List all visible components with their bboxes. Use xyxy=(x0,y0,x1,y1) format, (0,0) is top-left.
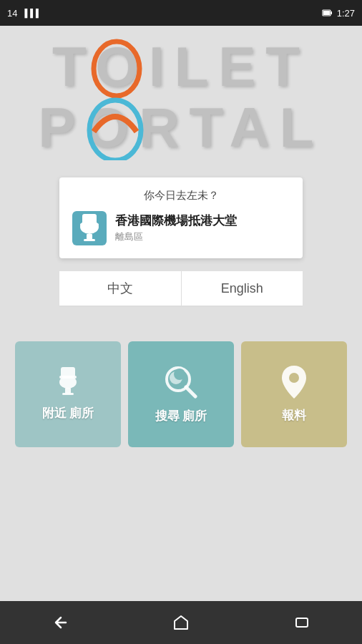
svg-rect-8 xyxy=(87,234,92,240)
report-pin-icon xyxy=(280,364,308,400)
search-label: 搜尋 廁所 xyxy=(155,408,207,425)
svg-rect-10 xyxy=(61,367,75,377)
svg-rect-2 xyxy=(323,11,330,15)
status-signal-bars: ▐▐▐ xyxy=(21,9,38,17)
nav-home-button[interactable] xyxy=(163,608,199,637)
svg-point-19 xyxy=(289,373,299,383)
status-sim: 14 xyxy=(7,8,17,19)
svg-rect-1 xyxy=(331,11,332,14)
back-icon xyxy=(52,614,69,631)
grid-item-search[interactable]: 搜尋 廁所 xyxy=(128,341,234,447)
svg-line-18 xyxy=(186,387,195,396)
status-bar: 14 ▐▐▐ 1:27 xyxy=(0,0,362,26)
nearby-toilet-icon xyxy=(55,366,81,398)
svg-rect-20 xyxy=(296,618,308,627)
svg-rect-14 xyxy=(62,393,74,395)
location-text: 香港國際機場抵港大堂 離島區 xyxy=(115,213,290,243)
logo-line2: PORTAL xyxy=(9,99,353,155)
grid-item-nearby[interactable]: 附近 廁所 xyxy=(15,341,121,447)
logo-line1: TOILET xyxy=(9,39,353,94)
lang-button-zh[interactable]: 中文 xyxy=(59,271,182,307)
logo-container: TOILET PORTAL xyxy=(9,39,353,160)
nav-bar xyxy=(0,601,362,644)
report-label: 報料 xyxy=(282,407,306,424)
search-toilet-icon xyxy=(162,364,200,401)
home-icon xyxy=(172,614,190,631)
card-location[interactable]: 香港國際機場抵港大堂 離島區 xyxy=(72,211,290,245)
svg-point-12 xyxy=(59,376,77,389)
svg-point-6 xyxy=(80,220,99,234)
card-question: 你今日去左未？ xyxy=(72,189,290,203)
location-name: 香港國際機場抵港大堂 xyxy=(115,213,290,229)
nav-back-button[interactable] xyxy=(42,608,78,637)
svg-point-17 xyxy=(174,369,185,380)
nearby-label: 附近 廁所 xyxy=(42,405,94,422)
language-buttons: 中文 English xyxy=(59,271,303,307)
svg-rect-7 xyxy=(80,223,99,226)
location-card: 你今日去左未？ 香港國際機場抵港大堂 離島區 xyxy=(59,177,303,258)
location-sub: 離島區 xyxy=(115,230,290,243)
logo-area: TOILET PORTAL xyxy=(0,26,362,167)
nav-recent-button[interactable] xyxy=(284,608,320,637)
toilet-location-icon xyxy=(77,213,102,244)
lang-button-en[interactable]: English xyxy=(182,271,303,307)
status-left: 14 ▐▐▐ xyxy=(7,8,39,19)
status-right: 1:27 xyxy=(322,7,355,19)
battery-charging-icon xyxy=(322,7,333,19)
svg-rect-9 xyxy=(84,239,95,241)
status-time: 1:27 xyxy=(337,8,355,19)
location-icon-box xyxy=(72,211,107,245)
svg-rect-13 xyxy=(65,388,71,394)
grid-item-report[interactable]: 報料 xyxy=(241,341,347,447)
bottom-grid: 附近 廁所 搜尋 廁所 報料 xyxy=(2,341,360,447)
recent-apps-icon xyxy=(293,614,310,631)
main-content: TOILET PORTAL 你今日去左未？ xyxy=(0,26,362,615)
